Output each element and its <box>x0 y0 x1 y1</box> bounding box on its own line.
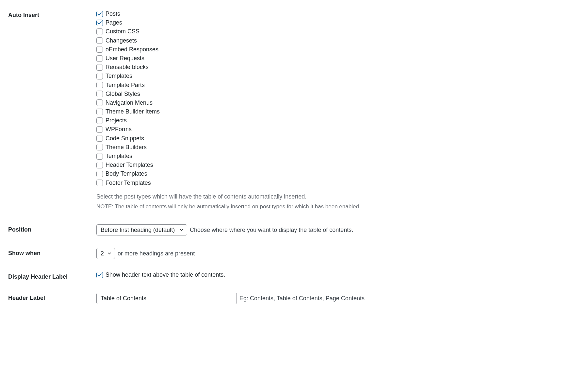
auto-insert-content: PostsPagesCustom CSSChangesetsoEmbed Res… <box>96 10 580 211</box>
checkbox-item: WPForms <box>96 125 580 133</box>
position-help-text: Choose where where you want to display t… <box>190 227 353 234</box>
auto-insert-checkbox-label: Body Templates <box>106 170 147 178</box>
auto-insert-checkbox-label: Changesets <box>106 37 137 45</box>
auto-insert-checkbox[interactable] <box>96 153 103 160</box>
header-label-input[interactable] <box>96 293 237 304</box>
auto-insert-checkbox-label: Header Templates <box>106 161 153 169</box>
auto-insert-checkbox-label: oEmbed Responses <box>106 45 158 54</box>
header-label-help-text: Eg: Contents, Table of Contents, Page Co… <box>239 295 365 302</box>
checkbox-item: Theme Builder Items <box>96 108 580 116</box>
checkbox-item: Body Templates <box>96 170 580 178</box>
position-row: Position Before first heading (default) … <box>8 224 580 235</box>
auto-insert-checkbox-label: Reusable blocks <box>106 63 149 71</box>
header-label-content: Eg: Contents, Table of Contents, Page Co… <box>96 293 580 304</box>
auto-insert-checkbox[interactable] <box>96 46 103 53</box>
auto-insert-checkbox-label: Templates <box>106 152 132 160</box>
position-select-wrapper: Before first heading (default) <box>96 224 187 235</box>
checkbox-item: Pages <box>96 19 580 27</box>
auto-insert-checkbox-label: Global Styles <box>106 90 140 98</box>
checkbox-item: Navigation Menus <box>96 99 580 107</box>
display-header-label-label: Display Header Label <box>8 271 96 280</box>
auto-insert-label: Auto Insert <box>8 10 96 19</box>
auto-insert-checkbox[interactable] <box>96 144 103 150</box>
checkbox-item: Code Snippets <box>96 134 580 143</box>
header-label-row: Header Label Eg: Contents, Table of Cont… <box>8 293 580 304</box>
display-header-label-row: Display Header Label Show header text ab… <box>8 271 580 280</box>
checkbox-item: Custom CSS <box>96 27 580 36</box>
display-header-label-text: Show header text above the table of cont… <box>106 271 225 278</box>
checkbox-item: Posts <box>96 10 580 18</box>
checkbox-item: Template Parts <box>96 81 580 89</box>
position-content: Before first heading (default) Choose wh… <box>96 224 580 235</box>
auto-insert-checkbox[interactable] <box>96 64 103 71</box>
auto-insert-checkbox[interactable] <box>96 171 103 177</box>
auto-insert-checkbox-label: Custom CSS <box>106 27 139 36</box>
checkbox-item: Templates <box>96 72 580 80</box>
checkbox-item: oEmbed Responses <box>96 45 580 54</box>
checkbox-item: Header Templates <box>96 161 580 169</box>
auto-insert-checkbox-label: User Requests <box>106 54 144 62</box>
auto-insert-checkbox-label: Theme Builder Items <box>106 108 160 116</box>
checkbox-item: Footer Templates <box>96 179 580 187</box>
auto-insert-checkbox[interactable] <box>96 20 103 26</box>
auto-insert-checkbox[interactable] <box>96 117 103 124</box>
auto-insert-checkbox-label: Footer Templates <box>106 179 151 187</box>
auto-insert-checkbox-label: Templates <box>106 72 132 80</box>
auto-insert-help-text: Select the post types which will have th… <box>96 192 580 201</box>
auto-insert-checkbox[interactable] <box>96 180 103 186</box>
auto-insert-checkbox-label: Code Snippets <box>106 134 144 143</box>
display-header-label-content: Show header text above the table of cont… <box>96 271 580 278</box>
show-when-row: Show when 2 or more headings are present <box>8 248 580 259</box>
auto-insert-row: Auto Insert PostsPagesCustom CSSChangese… <box>8 10 580 211</box>
auto-insert-checkbox-label: WPForms <box>106 125 132 133</box>
auto-insert-checkbox[interactable] <box>96 162 103 168</box>
auto-insert-checkbox-label: Posts <box>106 10 120 18</box>
checkbox-item: Templates <box>96 152 580 160</box>
auto-insert-checkbox-label: Pages <box>106 19 122 27</box>
auto-insert-checkbox[interactable] <box>96 135 103 142</box>
header-label-label: Header Label <box>8 293 96 302</box>
display-header-label-checkbox[interactable] <box>96 272 103 278</box>
auto-insert-checkbox[interactable] <box>96 91 103 97</box>
auto-insert-checkbox-list: PostsPagesCustom CSSChangesetsoEmbed Res… <box>96 10 580 187</box>
auto-insert-checkbox[interactable] <box>96 55 103 62</box>
auto-insert-checkbox-label: Navigation Menus <box>106 99 153 107</box>
checkbox-item: Theme Builders <box>96 143 580 151</box>
checkbox-item: Changesets <box>96 37 580 45</box>
auto-insert-checkbox[interactable] <box>96 73 103 79</box>
checkbox-item: User Requests <box>96 54 580 62</box>
auto-insert-checkbox[interactable] <box>96 109 103 115</box>
checkbox-item: Projects <box>96 116 580 125</box>
auto-insert-checkbox[interactable] <box>96 126 103 133</box>
position-label: Position <box>8 224 96 233</box>
show-when-select[interactable]: 2 <box>96 248 115 259</box>
show-when-content: 2 or more headings are present <box>96 248 580 259</box>
auto-insert-checkbox[interactable] <box>96 37 103 44</box>
show-when-select-wrapper: 2 <box>96 248 115 259</box>
auto-insert-checkbox[interactable] <box>96 99 103 106</box>
auto-insert-checkbox-label: Template Parts <box>106 81 145 89</box>
show-when-suffix-text: or more headings are present <box>118 250 195 257</box>
auto-insert-checkbox[interactable] <box>96 82 103 88</box>
auto-insert-checkbox[interactable] <box>96 11 103 17</box>
auto-insert-checkbox-label: Theme Builders <box>106 143 147 151</box>
auto-insert-checkbox-label: Projects <box>106 116 127 125</box>
position-select[interactable]: Before first heading (default) <box>96 224 187 235</box>
auto-insert-note-text: NOTE: The table of contents will only be… <box>96 202 580 211</box>
auto-insert-checkbox[interactable] <box>96 28 103 35</box>
checkbox-item: Reusable blocks <box>96 63 580 71</box>
checkbox-item: Global Styles <box>96 90 580 98</box>
show-when-label: Show when <box>8 248 96 257</box>
